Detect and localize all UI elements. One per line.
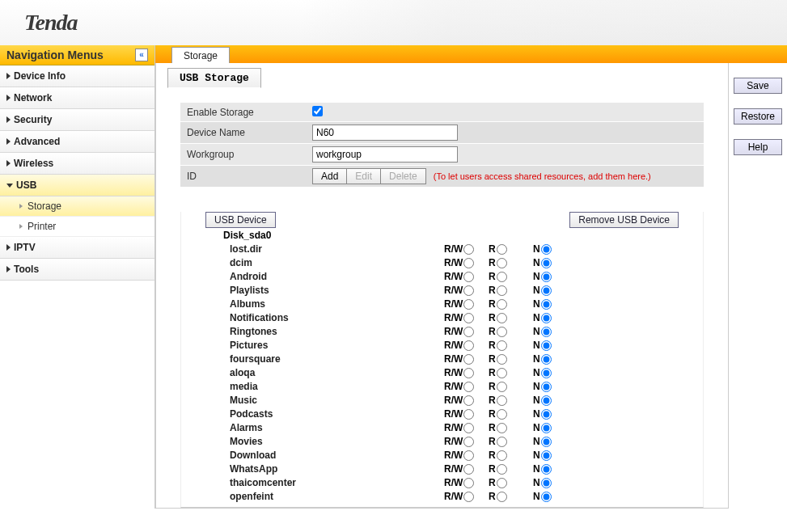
- perm-radio-n[interactable]: [541, 285, 552, 296]
- label-id: ID: [187, 171, 312, 182]
- perm-radio-n[interactable]: [541, 395, 552, 406]
- perm-radio-n[interactable]: [541, 244, 552, 255]
- perm-radio-n[interactable]: [541, 368, 552, 378]
- form-area: Enable Storage Device Name Workgroup: [156, 88, 728, 196]
- perm-radio-rw[interactable]: [463, 382, 474, 392]
- edit-button[interactable]: Edit: [346, 168, 381, 184]
- folder-name: Alarms: [230, 421, 444, 435]
- delete-button[interactable]: Delete: [380, 168, 426, 184]
- perm-r: R: [489, 311, 533, 325]
- help-button[interactable]: Help: [734, 139, 782, 155]
- checkbox-enable-storage[interactable]: [312, 106, 323, 116]
- perm-radio-rw[interactable]: [463, 285, 474, 296]
- nav-item-label: Advanced: [14, 136, 60, 147]
- sub-item-storage[interactable]: Storage: [0, 196, 154, 217]
- perm-radio-n[interactable]: [541, 437, 552, 447]
- perm-radio-r[interactable]: [497, 368, 507, 378]
- remove-usb-device-button[interactable]: Remove USB Device: [569, 212, 679, 228]
- collapse-sidebar-button[interactable]: «: [135, 49, 148, 61]
- perm-n: N: [533, 394, 578, 407]
- perm-radio-r[interactable]: [497, 299, 507, 310]
- perm-radio-n[interactable]: [541, 258, 552, 268]
- perm-radio-r[interactable]: [497, 437, 507, 447]
- nav-item-security[interactable]: Security: [0, 109, 154, 131]
- nav-item-advanced[interactable]: Advanced: [0, 131, 154, 153]
- perm-radio-r[interactable]: [497, 244, 507, 255]
- perm-n: N: [533, 311, 578, 325]
- perm-radio-n[interactable]: [541, 409, 552, 420]
- sub-item-printer[interactable]: Printer: [0, 217, 154, 237]
- perm-radio-r[interactable]: [497, 258, 507, 268]
- perm-rw: R/W: [444, 407, 489, 421]
- perm-radio-r[interactable]: [497, 382, 507, 392]
- perm-radio-rw[interactable]: [463, 437, 474, 447]
- perm-radio-r[interactable]: [497, 313, 507, 323]
- device-section: USB Device Remove USB Device Disk_sda0 l…: [156, 212, 728, 508]
- nav-item-usb[interactable]: USB: [0, 175, 154, 196]
- nav-item-network[interactable]: Network: [0, 87, 154, 109]
- perm-label: R: [489, 298, 496, 311]
- add-button[interactable]: Add: [312, 168, 347, 184]
- tab-storage[interactable]: Storage: [171, 47, 230, 64]
- perm-radio-n[interactable]: [541, 272, 552, 282]
- perm-r: R: [489, 256, 533, 270]
- perm-radio-rw[interactable]: [463, 464, 474, 475]
- perm-radio-n[interactable]: [541, 450, 552, 461]
- perm-label: N: [533, 339, 540, 353]
- perm-radio-rw[interactable]: [463, 299, 474, 310]
- perm-radio-r[interactable]: [497, 492, 507, 502]
- perm-radio-r[interactable]: [497, 450, 507, 461]
- perm-radio-rw[interactable]: [463, 395, 474, 406]
- perm-radio-r[interactable]: [497, 464, 507, 475]
- perm-label: R/W: [444, 256, 463, 270]
- perm-radio-n[interactable]: [541, 327, 552, 337]
- perm-radio-rw[interactable]: [463, 450, 474, 461]
- input-device-name[interactable]: [312, 125, 458, 141]
- perm-radio-rw[interactable]: [463, 340, 474, 351]
- perm-radio-n[interactable]: [541, 382, 552, 392]
- perm-radio-rw[interactable]: [463, 423, 474, 433]
- perm-radio-rw[interactable]: [463, 368, 474, 378]
- perm-radio-r[interactable]: [497, 285, 507, 296]
- perm-radio-r[interactable]: [497, 272, 507, 282]
- save-button[interactable]: Save: [734, 78, 782, 94]
- perm-radio-n[interactable]: [541, 478, 552, 488]
- perm-radio-rw[interactable]: [463, 327, 474, 337]
- perm-radio-rw[interactable]: [463, 354, 474, 365]
- perm-radio-rw[interactable]: [463, 258, 474, 268]
- perm-n: N: [533, 366, 578, 380]
- perm-radio-r[interactable]: [497, 395, 507, 406]
- nav-item-wireless[interactable]: Wireless: [0, 153, 154, 175]
- perm-radio-r[interactable]: [497, 327, 507, 337]
- perm-radio-rw[interactable]: [463, 272, 474, 282]
- nav-item-iptv[interactable]: IPTV: [0, 237, 154, 259]
- perm-radio-n[interactable]: [541, 299, 552, 310]
- folder-name: dcim: [230, 256, 444, 270]
- perm-radio-r[interactable]: [497, 340, 507, 351]
- nav-item-device-info[interactable]: Device Info: [0, 65, 154, 87]
- perm-radio-rw[interactable]: [463, 244, 474, 255]
- section-tab-row: USB Storage: [156, 63, 728, 88]
- perm-radio-rw[interactable]: [463, 409, 474, 420]
- perm-radio-rw[interactable]: [463, 313, 474, 323]
- perm-radio-n[interactable]: [541, 340, 552, 351]
- nav-item-tools[interactable]: Tools: [0, 259, 154, 281]
- perm-radio-n[interactable]: [541, 423, 552, 433]
- perm-radio-n[interactable]: [541, 354, 552, 365]
- perm-radio-r[interactable]: [497, 354, 507, 365]
- perm-radio-rw[interactable]: [463, 492, 474, 502]
- perm-radio-n[interactable]: [541, 464, 552, 475]
- perm-radio-r[interactable]: [497, 409, 507, 420]
- arrow-right-icon: [6, 160, 11, 167]
- perm-r: R: [489, 449, 533, 462]
- perm-label: R/W: [444, 284, 463, 298]
- perm-radio-n[interactable]: [541, 313, 552, 323]
- usb-device-button[interactable]: USB Device: [205, 212, 276, 228]
- perm-radio-n[interactable]: [541, 492, 552, 502]
- section-tab-usb-storage[interactable]: USB Storage: [167, 68, 261, 88]
- restore-button[interactable]: Restore: [734, 108, 782, 125]
- perm-radio-rw[interactable]: [463, 478, 474, 488]
- perm-radio-r[interactable]: [497, 423, 507, 433]
- input-workgroup[interactable]: [312, 146, 458, 163]
- perm-radio-r[interactable]: [497, 478, 507, 488]
